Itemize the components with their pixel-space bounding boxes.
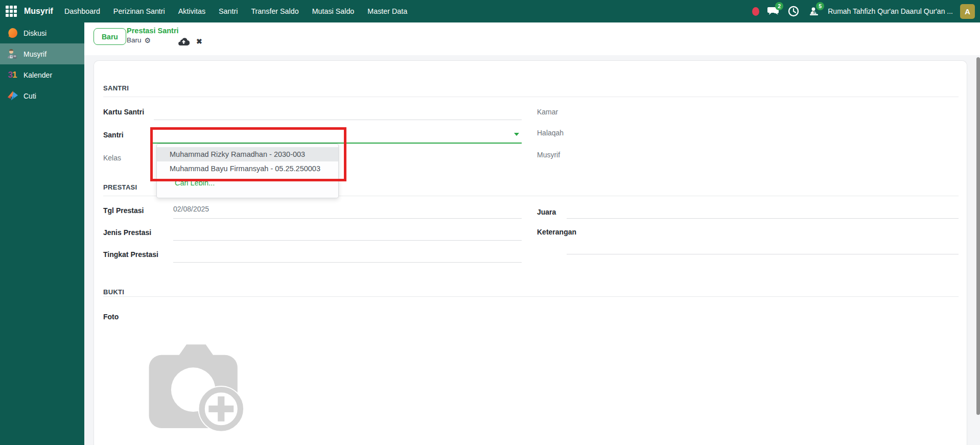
section-title-santri: SANTRI xyxy=(103,84,129,92)
nav-item-perizinan-santri[interactable]: Perizinan Santri xyxy=(113,7,165,15)
sidebar-item-label: Musyrif xyxy=(24,50,46,58)
tingkat-prestasi-underline xyxy=(173,262,522,263)
recording-indicator-icon[interactable] xyxy=(752,7,759,16)
dropdown-option[interactable]: Muhammad Bayu Firmansyah - 05.25.250003 xyxy=(157,161,338,176)
breadcrumb-parent[interactable]: Prestasi Santri xyxy=(127,27,179,35)
tgl-prestasi-input[interactable] xyxy=(173,205,521,213)
sidebar-item-musyrif[interactable]: Musyrif xyxy=(0,43,84,64)
foto-label: Foto xyxy=(103,313,119,321)
messages-icon[interactable]: 2 xyxy=(766,5,780,18)
time-off-dart-icon xyxy=(6,90,18,102)
sidebar-item-diskusi[interactable]: Diskusi xyxy=(0,22,84,43)
messages-badge: 2 xyxy=(775,2,783,10)
jenis-prestasi-underline xyxy=(173,240,522,241)
company-switcher[interactable]: Rumah Tahfizh Qur'an Daarul Qur'an ... xyxy=(828,7,953,15)
dropdown-option[interactable]: Muhammad Rizky Ramadhan - 2030-003 xyxy=(157,147,338,161)
santri-label: Santri xyxy=(103,131,124,139)
keterangan-underline xyxy=(567,254,959,254)
section-title-prestasi: PRESTASI xyxy=(103,183,137,191)
requests-person-icon[interactable]: S 5 xyxy=(807,5,821,18)
top-menu: Dashboard Perizinan Santri Aktivitas San… xyxy=(64,7,407,15)
nav-item-mutasi-saldo[interactable]: Mutasi Saldo xyxy=(312,7,355,15)
nav-item-santri[interactable]: Santri xyxy=(219,7,238,15)
save-cloud-icon[interactable] xyxy=(178,37,190,48)
apps-menu-icon[interactable] xyxy=(6,6,17,17)
breadcrumb-current: Baru xyxy=(127,36,142,44)
kartu-santri-underline xyxy=(154,120,522,120)
nav-item-transfer-saldo[interactable]: Transfer Saldo xyxy=(251,7,298,15)
tgl-prestasi-label: Tgl Prestasi xyxy=(103,206,144,215)
juara-input[interactable] xyxy=(567,206,958,215)
jenis-prestasi-label: Jenis Prestasi xyxy=(103,228,151,237)
form-card: SANTRI Kartu Santri Kamar Santri Halaqah… xyxy=(94,60,967,445)
tingkat-prestasi-label: Tingkat Prestasi xyxy=(103,250,158,259)
user-avatar[interactable]: A xyxy=(960,4,975,19)
tingkat-prestasi-input[interactable] xyxy=(173,249,521,257)
add-photo-camera-icon[interactable] xyxy=(145,336,261,438)
search-more-link[interactable]: Cari Lebih... xyxy=(157,176,338,190)
section-title-bukti: BUKTI xyxy=(103,288,124,296)
sidebar: Diskusi Musyrif 31 Kalender xyxy=(0,22,84,445)
sidebar-item-cuti[interactable]: Cuti xyxy=(0,85,84,106)
sidebar-item-kalender[interactable]: 31 Kalender xyxy=(0,64,84,85)
app-name-menu[interactable]: Musyrif xyxy=(24,7,53,16)
kelas-label: Kelas xyxy=(103,154,121,162)
musyrif-person-icon xyxy=(6,48,18,60)
calendar-31-icon: 31 xyxy=(6,69,18,81)
section-divider xyxy=(103,97,959,97)
nav-item-dashboard[interactable]: Dashboard xyxy=(64,7,100,15)
svg-text:S: S xyxy=(813,10,816,14)
jenis-prestasi-input[interactable] xyxy=(173,227,521,235)
santri-input[interactable] xyxy=(154,129,511,137)
juara-label: Juara xyxy=(537,208,556,216)
halaqah-label: Halaqah xyxy=(537,129,564,137)
clock-icon xyxy=(787,5,800,17)
sidebar-item-label: Kalender xyxy=(24,71,52,79)
caret-down-icon[interactable] xyxy=(514,133,519,136)
kamar-label: Kamar xyxy=(537,108,558,116)
top-navbar: Musyrif Dashboard Perizinan Santri Aktiv… xyxy=(0,0,980,22)
sidebar-item-label: Diskusi xyxy=(24,29,46,37)
activities-badge: 5 xyxy=(816,2,824,10)
keterangan-textarea[interactable] xyxy=(567,227,958,252)
santri-dropdown: Muhammad Rizky Ramadhan - 2030-003 Muham… xyxy=(156,144,339,198)
juara-underline xyxy=(567,218,959,219)
kartu-santri-input[interactable] xyxy=(154,106,521,114)
discuss-bubble-icon xyxy=(6,27,18,39)
activities-clock-icon[interactable] xyxy=(787,5,800,18)
tgl-prestasi-underline xyxy=(173,218,522,219)
settings-gear-icon[interactable]: ⚙ xyxy=(145,37,151,44)
kartu-santri-label: Kartu Santri xyxy=(103,108,144,116)
section-divider xyxy=(103,296,959,297)
nav-item-master-data[interactable]: Master Data xyxy=(367,7,407,15)
musyrif-label: Musyrif xyxy=(537,151,560,159)
breadcrumb: Baru ⚙ xyxy=(127,36,151,44)
new-button[interactable]: Baru xyxy=(94,28,126,45)
discard-icon[interactable]: ✖ xyxy=(196,37,202,45)
control-panel: Baru Prestasi Santri Baru ⚙ ✖ xyxy=(84,22,980,55)
vertical-scrollbar[interactable] xyxy=(976,57,980,415)
sidebar-item-label: Cuti xyxy=(24,92,36,100)
nav-item-aktivitas[interactable]: Aktivitas xyxy=(178,7,205,15)
